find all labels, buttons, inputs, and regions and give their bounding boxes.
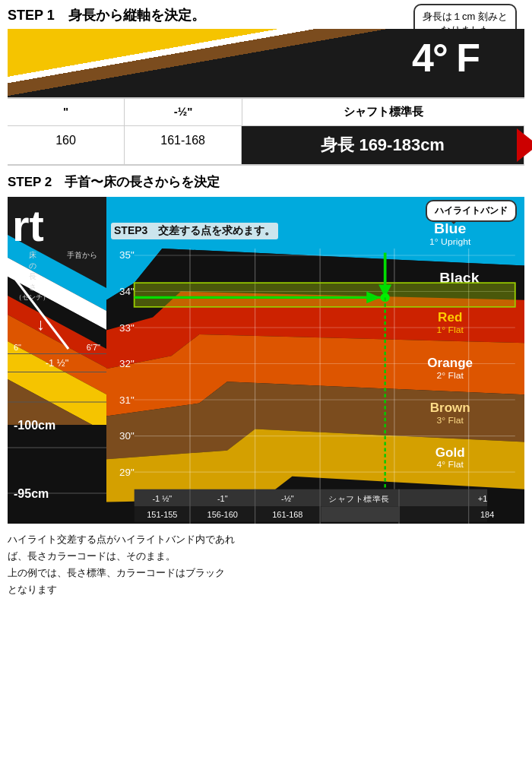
td-cell-1: 160 (8, 126, 125, 164)
left-panel-columns: 床の長さ （センチ） 手首から (8, 250, 106, 302)
svg-rect-57 (135, 506, 487, 521)
svg-text:+1: +1 (478, 494, 488, 503)
bottom-text-line2: ば、長さカラーコードは、そのまま。 (8, 548, 524, 565)
highlight-band-label: ハイライトバンド (426, 200, 517, 222)
svg-text:-1": -1" (217, 494, 228, 503)
arrow-right-indicator (517, 128, 532, 162)
left-panel: rt 床の長さ （センチ） 手首から ↓ 6"6'7" -1 ½" (8, 197, 106, 524)
svg-text:161-168: 161-168 (272, 510, 302, 519)
th-cell-3: シャフト標準長 (242, 99, 524, 125)
bottom-text-line1: ハイライト交差する点がハイライトバンド内であれ (8, 531, 524, 548)
bottom-text-line3: 上の例では、長さ標準、カラーコードはブラック (8, 565, 524, 581)
svg-text:1° Upright: 1° Upright (429, 237, 471, 246)
svg-rect-50 (135, 283, 515, 307)
height-row-1: 6"6'7" (8, 341, 106, 354)
td-cell-3: 身長 169-183cm (242, 126, 524, 164)
svg-text:Gold: Gold (435, 445, 465, 458)
svg-text:184: 184 (480, 510, 494, 519)
height-100cm: -100cm (14, 419, 55, 432)
svg-text:-½": -½" (281, 494, 294, 503)
step3-title: STEP3 交差する点を求めます。 (111, 223, 278, 239)
svg-text:34": 34" (119, 286, 135, 296)
height-row-2: -1 ½" (8, 354, 106, 372)
svg-text:Red: Red (438, 311, 462, 324)
svg-text:3° Flat: 3° Flat (437, 415, 464, 424)
bottom-text: ハイライト交差する点がハイライトバンド内であれ ば、長さカラーコードは、そのまま… (8, 531, 524, 598)
svg-text:30": 30" (119, 431, 135, 442)
svg-text:29": 29" (119, 467, 135, 477)
table-row: 160 161-168 身長 169-183cm (8, 126, 524, 166)
th-cell-2: -½" (125, 99, 242, 125)
svg-text:-1 ½": -1 ½" (152, 494, 172, 503)
svg-rect-56 (135, 489, 487, 507)
left-height-rows: 6"6'7" -1 ½" (8, 341, 106, 372)
chart-top-label: 4° F (412, 35, 479, 81)
svg-text:31": 31" (119, 394, 135, 405)
left-panel-arrow: ↓ (36, 315, 45, 334)
top-section: STEP 1 身長から縦軸を決定。 身長は１cm 刻みとなりました 4° F "… (0, 0, 532, 166)
svg-text:シャフト標準長: シャフト標準長 (328, 494, 389, 503)
svg-text:4° Flat: 4° Flat (437, 460, 464, 469)
bottom-text-line4: となります (8, 581, 524, 598)
svg-text:Orange: Orange (427, 356, 473, 369)
td-cell-2: 161-168 (125, 126, 242, 164)
svg-text:2° Flat: 2° Flat (437, 370, 464, 379)
svg-rect-73 (321, 506, 399, 521)
step2-title: STEP 2 手首〜床の長さからを決定 (8, 173, 524, 191)
svg-text:156-160: 156-160 (207, 510, 238, 519)
svg-text:1° Flat: 1° Flat (437, 325, 464, 334)
left-col2: 手首から (57, 250, 106, 302)
svg-text:151-155: 151-155 (147, 510, 177, 519)
left-col1: 床の長さ （センチ） (8, 250, 57, 302)
th-cell-1: " (8, 99, 125, 125)
height-95cm: -95cm (14, 487, 49, 501)
bottom-section: STEP 2 手首〜床の長さからを決定 (0, 166, 532, 598)
bottom-content: rt 床の長さ （センチ） 手首から ↓ 6"6'7" -1 ½" (8, 197, 524, 524)
svg-text:Brown: Brown (430, 401, 470, 413)
svg-text:33": 33" (119, 322, 135, 333)
svg-text:35": 35" (119, 250, 135, 261)
table-header: " -½" シャフト標準長 (8, 97, 524, 126)
right-chart: ハイライトバンド STEP3 交差する点を求めます。 (106, 197, 524, 524)
svg-text:32": 32" (119, 359, 135, 369)
main-chart-svg: 35" 34" 33" 32" 31" 30" 29" Blue 1° Upri… (106, 197, 524, 524)
left-panel-rt-label: rt (12, 200, 44, 251)
chart-top: 4° F (8, 29, 524, 97)
